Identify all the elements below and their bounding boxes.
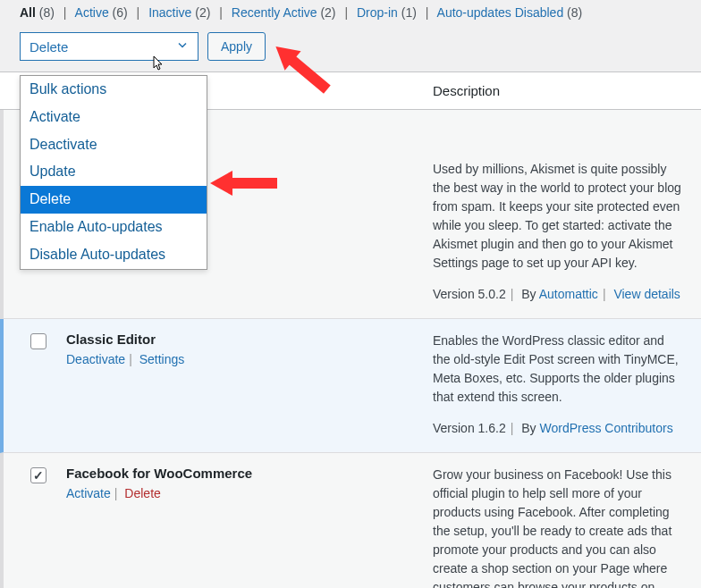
filter-drop-in[interactable]: Drop-in bbox=[357, 5, 398, 20]
chevron-down-icon bbox=[176, 39, 189, 55]
plugin-description: Grow your business on Facebook! Use this… bbox=[433, 466, 681, 588]
filter-active[interactable]: Active bbox=[75, 5, 109, 20]
bulk-option-delete[interactable]: Delete bbox=[21, 186, 207, 214]
bulk-option-activate[interactable]: Activate bbox=[21, 104, 207, 131]
col-description: Description bbox=[433, 83, 681, 98]
bulk-option-disable-auto[interactable]: Disable Auto-updates bbox=[21, 241, 207, 269]
filter-inactive[interactable]: Inactive bbox=[148, 5, 191, 20]
plugin-description: Enables the WordPress classic editor and… bbox=[433, 332, 681, 407]
apply-button[interactable]: Apply bbox=[207, 32, 266, 61]
plugin-checkbox[interactable] bbox=[30, 467, 46, 483]
bulk-option-update[interactable]: Update bbox=[21, 158, 207, 186]
plugin-name: Facebook for WooCommerce bbox=[66, 466, 433, 481]
bulk-option-bulk-actions[interactable]: Bulk actions bbox=[21, 76, 207, 104]
bulk-action-dropdown: Bulk actions Activate Deactivate Update … bbox=[20, 75, 207, 270]
bulk-option-enable-auto[interactable]: Enable Auto-updates bbox=[21, 214, 207, 241]
settings-link[interactable]: Settings bbox=[139, 352, 185, 366]
plugin-meta: Version 1.6.2| By WordPress Contributors bbox=[433, 419, 681, 438]
bulk-option-deactivate[interactable]: Deactivate bbox=[21, 131, 207, 159]
filter-bar: All (8) | Active (6) | Inactive (2) | Re… bbox=[0, 0, 701, 27]
plugin-name: Classic Editor bbox=[66, 332, 433, 347]
plugin-checkbox[interactable] bbox=[30, 333, 46, 349]
delete-link[interactable]: Delete bbox=[124, 486, 160, 500]
table-row: Classic Editor Deactivate| Settings Enab… bbox=[0, 319, 701, 453]
bulk-action-select[interactable]: Delete bbox=[20, 32, 198, 61]
plugin-description: Used by millions, Akismet is quite possi… bbox=[433, 160, 681, 273]
plugin-author-link[interactable]: Automattic bbox=[539, 287, 598, 301]
bulk-actions-row: Delete Apply bbox=[0, 27, 701, 71]
table-row: Facebook for WooCommerce Activate| Delet… bbox=[0, 453, 701, 588]
view-details-link[interactable]: View details bbox=[613, 287, 680, 301]
filter-recently-active[interactable]: Recently Active bbox=[232, 5, 317, 20]
deactivate-link[interactable]: Deactivate bbox=[66, 352, 125, 366]
filter-auto-updates-disabled[interactable]: Auto-updates Disabled bbox=[437, 5, 564, 20]
activate-link[interactable]: Activate bbox=[66, 486, 111, 500]
bulk-select-value: Delete bbox=[30, 39, 68, 55]
plugin-meta: Version 5.0.2| By Automattic| View detai… bbox=[433, 285, 681, 304]
plugin-author-link[interactable]: WordPress Contributors bbox=[540, 421, 673, 435]
filter-all[interactable]: All bbox=[20, 5, 36, 20]
